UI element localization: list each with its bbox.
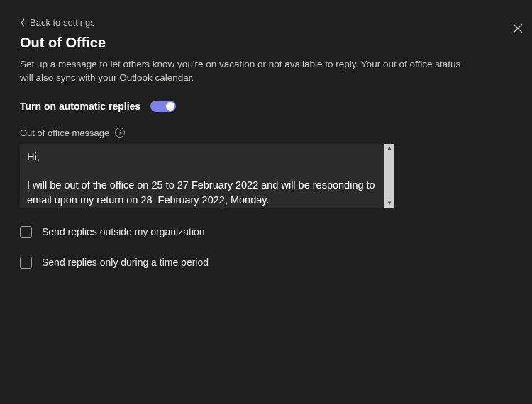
back-link-label: Back to settings — [30, 17, 95, 28]
back-to-settings-link[interactable]: Back to settings — [20, 17, 95, 28]
auto-replies-label: Turn on automatic replies — [20, 101, 140, 112]
out-of-office-message-input[interactable] — [20, 144, 384, 208]
time-period-label: Send replies only during a time period — [42, 257, 209, 268]
textarea-scrollbar[interactable]: ▲ ▼ — [384, 144, 394, 208]
auto-replies-toggle[interactable] — [150, 101, 176, 112]
page-title: Out of Office — [20, 35, 512, 51]
page-description: Set up a message to let others know you'… — [20, 58, 474, 85]
info-icon[interactable]: i — [115, 128, 125, 138]
close-icon — [513, 23, 523, 33]
time-period-checkbox[interactable] — [20, 257, 32, 269]
auto-replies-toggle-row: Turn on automatic replies — [20, 101, 512, 112]
close-button[interactable] — [506, 17, 529, 40]
outside-org-checkbox[interactable] — [20, 226, 32, 238]
outside-org-option[interactable]: Send replies outside my organization — [20, 226, 512, 238]
scroll-down-arrow-icon: ▼ — [387, 201, 392, 206]
toggle-knob — [166, 102, 174, 111]
message-label: Out of office message — [20, 128, 109, 138]
scroll-up-arrow-icon: ▲ — [387, 145, 392, 151]
outside-org-label: Send replies outside my organization — [42, 226, 205, 237]
chevron-left-icon — [20, 18, 26, 27]
message-label-row: Out of office message i — [20, 128, 512, 138]
time-period-option[interactable]: Send replies only during a time period — [20, 257, 512, 269]
message-field-wrap: ▲ ▼ — [20, 144, 394, 208]
